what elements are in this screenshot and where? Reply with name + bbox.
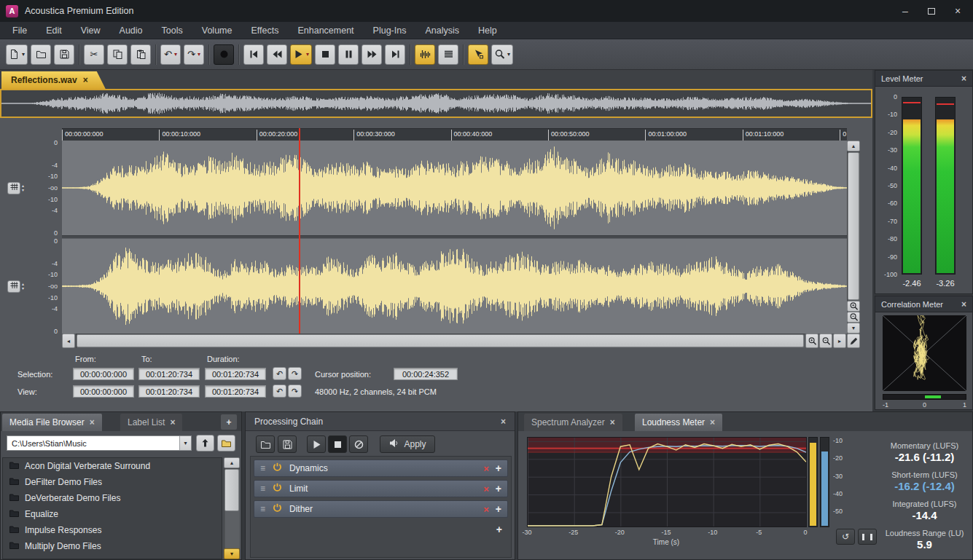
new-button[interactable]: ▾ <box>6 44 28 65</box>
scrub-button[interactable] <box>415 44 435 65</box>
redo-button[interactable]: ↷▾ <box>184 44 204 65</box>
fast-forward-button[interactable] <box>362 44 382 65</box>
close-tab-icon[interactable]: × <box>610 417 615 427</box>
folder-row[interactable]: Acon Digital Verberate Surround <box>3 458 222 474</box>
zoom-out-vertical-button[interactable] <box>847 312 860 323</box>
power-icon[interactable] <box>272 482 283 495</box>
vertical-scrollbar-track[interactable] <box>847 151 860 301</box>
waveform-display[interactable] <box>62 141 847 334</box>
dropdown-arrow-icon[interactable]: ▾ <box>198 51 200 58</box>
menu-tools[interactable]: Tools <box>152 22 192 39</box>
dropdown-arrow-icon[interactable]: ▾ <box>22 51 25 58</box>
parent-folder-button[interactable] <box>196 435 214 451</box>
channel-2-spinner[interactable]: ▴▾ <box>22 283 24 291</box>
add-icon[interactable]: + <box>496 462 501 474</box>
scroll-up-button[interactable]: ▴ <box>224 457 240 468</box>
close-panel-icon[interactable]: × <box>501 417 506 427</box>
overview-waveform-canvas[interactable] <box>1 90 871 117</box>
power-icon[interactable] <box>272 462 283 475</box>
menu-edit[interactable]: Edit <box>36 22 71 39</box>
undo-button[interactable]: ↶▾ <box>160 44 181 65</box>
reset-meter-button[interactable]: ↺ <box>836 529 855 545</box>
close-tab-icon[interactable]: × <box>710 417 715 427</box>
horizontal-scrollbar-track[interactable] <box>76 334 805 348</box>
add-tab-button[interactable]: + <box>221 414 237 430</box>
chevron-down-icon[interactable]: ▾ <box>179 436 191 450</box>
preview-stop-button[interactable] <box>328 435 347 453</box>
record-button[interactable] <box>214 44 234 65</box>
tab-label-list[interactable]: Label List× <box>120 414 182 431</box>
dropdown-arrow-icon[interactable]: ▾ <box>306 51 309 58</box>
chain-item-dither[interactable]: ≡Dither×+ <box>254 500 508 518</box>
horizontal-scrollbar-thumb[interactable] <box>77 334 804 347</box>
remove-icon[interactable]: × <box>483 504 489 515</box>
channel-2-options-button[interactable] <box>7 280 20 293</box>
menu-audio[interactable]: Audio <box>110 22 152 39</box>
rewind-button[interactable] <box>267 44 287 65</box>
folder-row[interactable]: DeVerberate Demo Files <box>3 490 222 506</box>
scrollbar-track[interactable] <box>224 468 240 548</box>
remove-icon[interactable]: × <box>483 463 489 474</box>
maximize-button[interactable] <box>922 4 941 18</box>
close-panel-icon[interactable]: × <box>961 299 966 309</box>
remove-icon[interactable]: × <box>483 484 489 494</box>
tab-spectrum-analyzer[interactable]: Spectrum Analyzer× <box>524 414 622 431</box>
view-to-input[interactable] <box>138 385 200 398</box>
zoom-in-vertical-button[interactable] <box>847 301 860 312</box>
bypass-button[interactable] <box>349 435 368 453</box>
close-tab-icon[interactable]: × <box>170 417 175 427</box>
select-button[interactable] <box>468 44 488 65</box>
path-combobox[interactable]: C:\Users\Stian\Music ▾ <box>7 435 192 451</box>
stop-button[interactable] <box>315 44 335 65</box>
zoom-button[interactable]: ▾ <box>491 44 513 65</box>
menu-analysis[interactable]: Analysis <box>415 22 469 39</box>
playhead-cursor[interactable] <box>299 128 300 334</box>
close-button[interactable]: × <box>948 4 967 18</box>
selection-undo-button[interactable]: ↶ <box>273 367 286 380</box>
play-button[interactable]: ▾ <box>290 44 312 65</box>
add-icon[interactable]: + <box>496 503 501 515</box>
open-chain-button[interactable] <box>256 435 275 453</box>
menu-help[interactable]: Help <box>469 22 507 39</box>
view-undo-button[interactable]: ↶ <box>273 384 286 398</box>
close-panel-icon[interactable]: × <box>961 74 966 84</box>
menu-volume[interactable]: Volume <box>192 22 242 39</box>
tab-reflections-wav[interactable]: Reflections.wav × <box>1 71 106 89</box>
selection-redo-button[interactable]: ↷ <box>288 367 302 380</box>
preview-play-button[interactable] <box>307 435 326 453</box>
close-tab-icon[interactable]: × <box>83 75 88 85</box>
open-button[interactable] <box>31 44 51 65</box>
copy-button[interactable] <box>107 44 128 65</box>
spectrogram-button[interactable] <box>438 44 458 65</box>
close-tab-icon[interactable]: × <box>90 417 95 427</box>
skip-start-button[interactable] <box>243 44 264 65</box>
cursor-position-input[interactable] <box>394 368 458 380</box>
view-duration-input[interactable] <box>205 385 266 398</box>
scrollbar-thumb[interactable] <box>224 469 239 511</box>
drag-handle-icon[interactable]: ≡ <box>260 484 265 494</box>
vertical-scrollbar-thumb[interactable] <box>848 152 859 300</box>
scroll-down-button[interactable]: ▾ <box>847 323 860 334</box>
chain-item-limit[interactable]: ≡Limit×+ <box>254 480 508 497</box>
paste-button[interactable] <box>130 44 151 65</box>
drag-handle-icon[interactable]: ≡ <box>260 463 265 473</box>
menu-view[interactable]: View <box>71 22 110 39</box>
zoom-out-button[interactable] <box>819 334 832 348</box>
timeline-ruler[interactable]: 00:00:00:00000:00:10:00000:00:20:00000:0… <box>62 128 847 141</box>
cut-button[interactable]: ✂ <box>84 44 104 65</box>
view-from-input[interactable] <box>73 385 134 398</box>
skip-end-button[interactable] <box>385 44 405 65</box>
browse-folder-button[interactable] <box>217 435 235 451</box>
scroll-left-button[interactable]: ◂ <box>62 334 75 348</box>
channel-1-options-button[interactable] <box>7 182 20 194</box>
zoom-in-button[interactable] <box>805 334 818 348</box>
selection-to-input[interactable] <box>138 368 200 380</box>
folder-row[interactable]: DeFilter Demo Files <box>3 474 222 490</box>
scroll-right-button[interactable]: ▸ <box>833 334 846 348</box>
scroll-up-button[interactable]: ▴ <box>847 141 860 151</box>
apply-button[interactable]: Apply <box>380 435 435 453</box>
selection-from-input[interactable] <box>73 368 134 380</box>
folder-row[interactable]: Equalize <box>3 506 222 522</box>
menu-plug-ins[interactable]: Plug-Ins <box>364 22 416 39</box>
scroll-down-button[interactable]: ▾ <box>224 548 240 559</box>
